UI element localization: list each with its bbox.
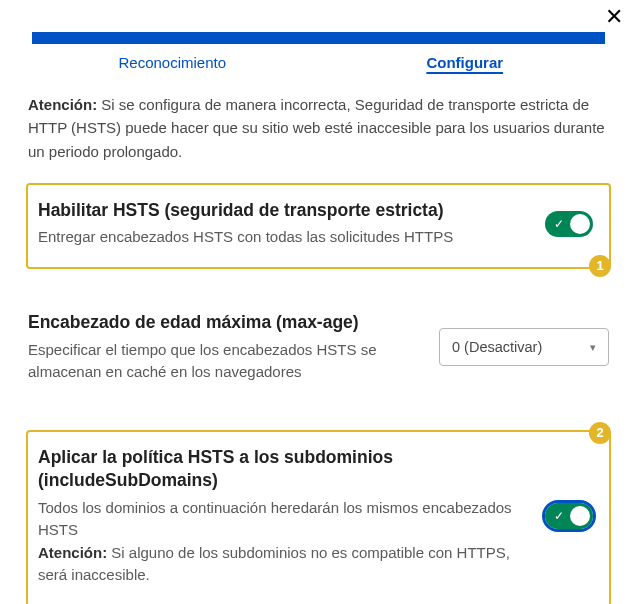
check-icon: ✓ — [554, 510, 564, 522]
max-age-title: Encabezado de edad máxima (max-age) — [28, 311, 415, 335]
subdomains-title: Aplicar la política HSTS a los subdomini… — [38, 446, 521, 493]
subdomains-desc: Todos los dominios a continuación hereda… — [38, 497, 521, 542]
subdomains-warning: Atención: Si alguno de los subdominios n… — [38, 542, 521, 587]
tab-configure[interactable]: Configurar — [319, 50, 612, 75]
chevron-down-icon: ▾ — [590, 341, 596, 354]
callout-badge-2: 2 — [589, 422, 611, 444]
check-icon: ✓ — [554, 218, 564, 230]
close-icon[interactable]: ✕ — [605, 6, 623, 28]
section-enable-hsts: Habilitar HSTS (seguridad de transporte … — [26, 183, 611, 269]
toggle-knob — [570, 214, 590, 234]
callout-badge-1: 1 — [589, 255, 611, 277]
max-age-select[interactable]: 0 (Desactivar) ▾ — [439, 328, 609, 366]
section-subdomains: 2 Aplicar la política HSTS a los subdomi… — [26, 430, 611, 605]
top-warning: Atención: Si se configura de manera inco… — [28, 93, 609, 163]
warning-label: Atención: — [28, 96, 97, 113]
max-age-desc: Especificar el tiempo que los encabezado… — [28, 339, 415, 384]
subdomains-toggle[interactable]: ✓ — [545, 503, 593, 529]
select-value: 0 (Desactivar) — [452, 339, 542, 355]
progress-bar — [32, 32, 605, 44]
subdomains-warn-text: Si alguno de los subdominios no es compa… — [38, 544, 510, 584]
toggle-knob — [570, 506, 590, 526]
tab-recognition[interactable]: Reconocimiento — [26, 50, 319, 75]
subdomains-warn-label: Atención: — [38, 544, 107, 561]
tabs: Reconocimiento Configurar — [26, 50, 611, 75]
section-max-age: Encabezado de edad máxima (max-age) Espe… — [26, 297, 611, 402]
warning-text: Si se configura de manera incorrecta, Se… — [28, 96, 605, 160]
enable-hsts-desc: Entregar encabezados HSTS con todas las … — [38, 226, 521, 249]
enable-hsts-toggle[interactable]: ✓ — [545, 211, 593, 237]
enable-hsts-title: Habilitar HSTS (seguridad de transporte … — [38, 199, 521, 223]
